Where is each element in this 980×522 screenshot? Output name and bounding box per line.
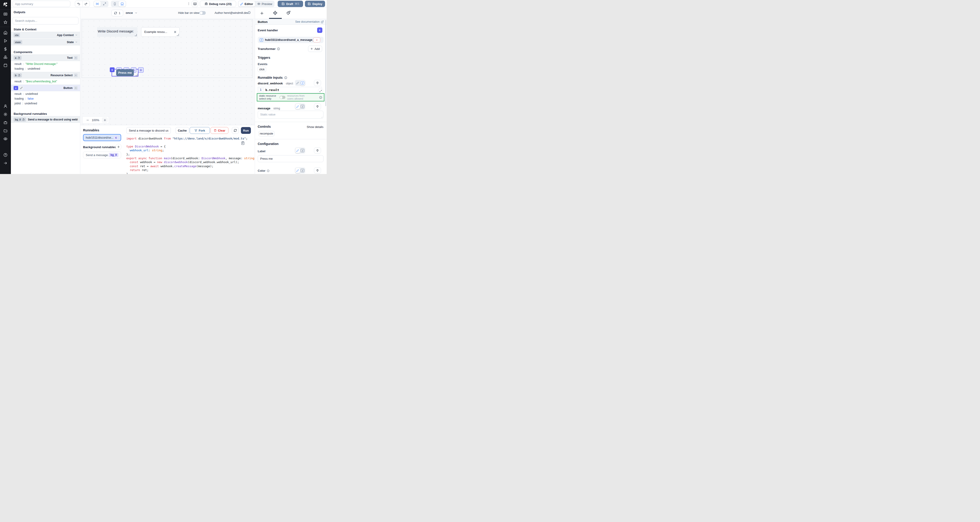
show-details-link[interactable]: Show details [307, 125, 323, 129]
connect-plug-button[interactable] [314, 80, 321, 86]
account-user-icon[interactable] [3, 104, 8, 108]
zoom-in-plus-icon[interactable] [102, 117, 108, 123]
info-icon[interactable] [319, 96, 322, 99]
home-icon[interactable] [3, 30, 8, 35]
refresh-mode-dropdown[interactable]: once [126, 11, 137, 14]
folders-icon[interactable] [3, 129, 8, 133]
remove-runnable-button[interactable] [313, 37, 320, 43]
expand-arrow-icon[interactable] [3, 161, 8, 165]
static-pencil-icon[interactable] [295, 104, 300, 109]
refresh-script-button[interactable] [232, 127, 239, 134]
output-row-ctx[interactable]: ctx App Context [11, 32, 80, 38]
docs-book-button[interactable] [192, 1, 198, 7]
app-canvas[interactable]: Write Discord message: Example resou... … [80, 18, 255, 125]
schedules-calendar-icon[interactable] [3, 63, 8, 67]
component-row-b[interactable]: b Resource Select [11, 72, 80, 78]
app-summary-input[interactable] [13, 1, 70, 7]
event-handler-runnable-pill[interactable]: ƒ hub/1511/discord/send_a_message_... [258, 37, 323, 43]
fullscreen-icon[interactable] [101, 1, 108, 6]
redo-button[interactable] [83, 1, 90, 7]
static-pencil-icon[interactable] [295, 80, 300, 86]
code-lines[interactable]: import discordwebhook from "https://deno… [126, 137, 255, 174]
apps-icon[interactable] [3, 12, 8, 16]
move-icon[interactable] [138, 67, 143, 73]
label-value-input[interactable] [258, 155, 323, 162]
event-click-pill[interactable]: click [258, 67, 266, 72]
resource-select-component[interactable]: Example resou... [141, 27, 180, 37]
connect-plug-button[interactable] [314, 103, 321, 110]
favorites-star-icon[interactable] [3, 20, 8, 24]
component-row-a[interactable]: a Text [11, 54, 80, 61]
tab-editor[interactable]: Editor [239, 1, 255, 6]
eval-function-icon[interactable]: ƒ [300, 104, 305, 109]
recompute-button[interactable]: recompute [258, 131, 275, 136]
refresh-count-button[interactable]: 1 [111, 10, 123, 16]
resize-handle[interactable] [135, 74, 137, 76]
static-pencil-icon[interactable] [295, 148, 300, 153]
bg-runnable-item[interactable]: Send a message... bg_0 [83, 151, 121, 158]
variables-dollar-icon[interactable] [3, 47, 8, 51]
tab-styling[interactable] [286, 11, 291, 15]
resize-handle[interactable] [135, 34, 137, 36]
background-runnable-row-bg0[interactable]: bg_0 Send a message to discord using web… [11, 116, 80, 123]
tab-preview[interactable]: Preview [255, 1, 274, 6]
eval-function-icon[interactable]: ƒ [300, 168, 305, 173]
audit-eye-icon[interactable] [3, 137, 8, 141]
info-icon[interactable] [267, 169, 269, 172]
kebab-menu-icon[interactable] [187, 2, 191, 5]
connect-plug-button[interactable] [314, 167, 321, 173]
collapse-b-button[interactable] [74, 73, 78, 77]
workers-icon[interactable] [3, 121, 8, 124]
center-align-icon[interactable] [94, 1, 101, 6]
run-button[interactable]: Run [241, 127, 251, 134]
resize-grip-icon[interactable] [321, 116, 323, 118]
output-row-state[interactable]: state State [11, 39, 80, 45]
component-row-c[interactable]: c Button [11, 84, 80, 91]
eval-function-icon[interactable]: ƒ [300, 80, 305, 86]
connect-plug-button[interactable] [314, 148, 321, 154]
expand-editor-button[interactable] [318, 89, 323, 94]
add-transformer-button[interactable]: Add [308, 46, 322, 52]
script-name-input[interactable] [126, 127, 171, 134]
static-pencil-icon[interactable] [295, 168, 300, 173]
help-circle-icon[interactable] [3, 153, 8, 157]
tab-add-component[interactable] [260, 11, 264, 15]
draft-button[interactable]: Draft⌘S [278, 1, 303, 7]
text-component[interactable]: Write Discord message: [97, 27, 137, 37]
fork-button[interactable]: Fork [190, 127, 210, 134]
selected-id-chip[interactable]: c [110, 67, 115, 72]
resource-mode-toggle[interactable] [280, 96, 285, 99]
clear-button[interactable]: Clear [210, 127, 228, 134]
hide-bar-toggle[interactable] [199, 11, 206, 15]
undo-button[interactable] [75, 1, 83, 7]
info-icon[interactable] [248, 11, 251, 14]
search-outputs-input[interactable] [13, 17, 78, 24]
collapse-a-button[interactable] [74, 56, 78, 60]
expr-editor[interactable]: 1 b.result [258, 87, 322, 93]
desktop-view-icon[interactable] [119, 1, 126, 6]
clear-x-icon[interactable] [173, 30, 177, 33]
windmill-logo-icon[interactable] [3, 2, 8, 8]
info-icon[interactable] [277, 48, 280, 50]
cache-button[interactable]: Cache [176, 127, 189, 134]
copy-icon[interactable] [241, 141, 245, 145]
runnable-item-selected[interactable]: hub/1511/discord/se... c [83, 134, 121, 141]
info-icon[interactable] [284, 76, 287, 79]
press-me-button[interactable]: Press me [116, 69, 134, 76]
tab-component-settings[interactable] [273, 11, 277, 15]
message-static-input[interactable] [258, 111, 323, 119]
eval-function-icon[interactable]: ƒ [300, 148, 305, 153]
runs-play-icon[interactable] [3, 39, 8, 43]
resources-boxes-icon[interactable] [3, 55, 8, 59]
see-documentation-link[interactable]: See documentation [295, 20, 324, 23]
deploy-button[interactable]: Deploy [305, 1, 325, 7]
mobile-view-icon[interactable] [111, 1, 118, 6]
collapse-c-button[interactable] [74, 86, 78, 90]
add-bg-runnable-button[interactable] [116, 144, 122, 150]
edit-id-button[interactable] [19, 86, 23, 90]
right-panel-scrollbar[interactable] [325, 20, 326, 106]
zoom-out-minus-icon[interactable] [86, 119, 89, 122]
debug-runs-button[interactable]: Debug runs (23) [200, 1, 236, 7]
settings-gear-icon[interactable] [3, 112, 8, 116]
resize-handle[interactable] [177, 34, 179, 36]
